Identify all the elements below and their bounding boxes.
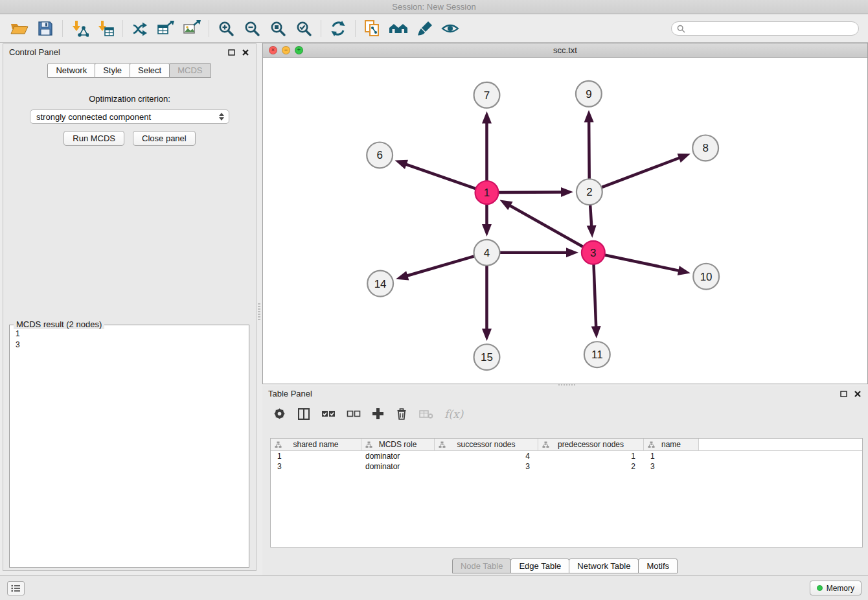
graph-edge-arrow — [396, 271, 409, 280]
show-columns-button[interactable] — [297, 408, 310, 421]
search-input[interactable] — [689, 24, 853, 33]
graph-edge-1-6[interactable] — [404, 164, 475, 189]
tab-network-table[interactable]: Network Table — [569, 559, 639, 573]
close-panel-icon[interactable] — [853, 389, 862, 398]
graph-edge-3-11[interactable] — [594, 265, 597, 329]
select-stepper-icon — [219, 113, 224, 121]
node-table: shared name MCDS role successor nodes — [270, 438, 863, 548]
save-session-button[interactable] — [32, 17, 58, 40]
graph-node-1[interactable]: 1 — [475, 181, 499, 204]
tab-network[interactable]: Network — [47, 63, 95, 78]
import-network-button[interactable] — [67, 17, 93, 40]
delete-row-button[interactable] — [395, 407, 408, 421]
tab-mcds[interactable]: MCDS — [169, 63, 211, 78]
run-mcds-button[interactable]: Run MCDS — [63, 131, 124, 146]
style-button[interactable] — [411, 17, 437, 40]
graph-node-4[interactable]: 4 — [474, 240, 500, 266]
table-panel-title: Table Panel — [268, 389, 839, 398]
open-file-button[interactable] — [6, 17, 32, 40]
column-header-name[interactable]: name — [644, 439, 699, 450]
cell-successor-nodes[interactable]: 4 — [435, 451, 538, 461]
graph-edge-arrow — [678, 154, 691, 163]
unselect-all-button[interactable] — [347, 410, 361, 418]
graph-node-9[interactable]: 9 — [576, 81, 602, 107]
network-graph[interactable]: 7968124314101511 — [263, 58, 867, 384]
tab-edge-table[interactable]: Edge Table — [510, 559, 569, 573]
home-button[interactable] — [385, 17, 411, 40]
float-panel-icon[interactable] — [839, 389, 848, 398]
table-row[interactable]: 3 dominator 3 2 3 — [271, 461, 862, 472]
task-history-button[interactable] — [7, 581, 25, 595]
cell-mcds-role[interactable]: dominator — [361, 461, 435, 472]
tab-motifs[interactable]: Motifs — [638, 559, 678, 573]
import-table-button[interactable] — [93, 17, 119, 40]
svg-text:8: 8 — [702, 142, 708, 154]
column-header-mcds-role[interactable]: MCDS role — [361, 439, 435, 450]
graph-node-7[interactable]: 7 — [474, 82, 500, 108]
window-minimize-icon[interactable]: − — [282, 46, 290, 54]
graph-node-3[interactable]: 3 — [582, 241, 605, 264]
graph-edge-arrow — [566, 248, 578, 257]
cell-shared-name[interactable]: 3 — [271, 461, 361, 472]
delete-table-button[interactable] — [419, 409, 433, 419]
graph-node-2[interactable]: 2 — [577, 179, 602, 205]
graph-edge-arrow — [591, 326, 601, 338]
cell-name[interactable]: 1 — [644, 451, 699, 461]
cell-successor-nodes[interactable]: 3 — [435, 461, 538, 472]
window-close-icon[interactable]: × — [269, 46, 277, 54]
export-table-button[interactable] — [153, 17, 179, 40]
refresh-button[interactable] — [325, 17, 351, 40]
graph-edge-2-9[interactable] — [589, 120, 589, 179]
svg-text:7: 7 — [484, 89, 490, 102]
graph-edge-2-3[interactable] — [590, 205, 591, 228]
graph-edge-arrow — [678, 266, 691, 275]
memory-button[interactable]: Memory — [810, 581, 862, 595]
clone-network-button[interactable] — [360, 17, 385, 40]
select-all-button[interactable] — [321, 410, 336, 418]
export-network-button[interactable] — [127, 17, 153, 40]
delete-table-icon — [419, 409, 433, 419]
graph-node-11[interactable]: 11 — [584, 341, 610, 367]
network-canvas[interactable]: 7968124314101511 — [263, 58, 867, 384]
graph-edge-arrow — [561, 187, 573, 197]
graph-edge-2-8[interactable] — [602, 157, 681, 187]
graph-edge-3-10[interactable] — [605, 255, 681, 271]
zoom-selected-button[interactable] — [291, 17, 317, 40]
add-row-button[interactable] — [372, 408, 384, 420]
criterion-select[interactable]: strongly connected component — [30, 110, 229, 124]
graph-node-10[interactable]: 10 — [693, 264, 719, 290]
float-panel-icon[interactable] — [227, 48, 236, 57]
graph-edge-4-14[interactable] — [405, 257, 474, 277]
column-header-successor-nodes[interactable]: successor nodes — [435, 439, 538, 450]
zoom-out-button[interactable] — [239, 17, 265, 40]
tab-style[interactable]: Style — [95, 63, 130, 78]
export-image-button[interactable] — [179, 17, 205, 40]
tab-node-table[interactable]: Node Table — [452, 559, 512, 573]
column-header-shared-name[interactable]: shared name — [271, 439, 361, 450]
graph-node-15[interactable]: 15 — [474, 344, 500, 370]
cell-shared-name[interactable]: 1 — [271, 451, 361, 461]
svg-text:2: 2 — [586, 186, 592, 198]
show-graphics-button[interactable] — [437, 17, 463, 40]
vertical-splitter-handle[interactable] — [258, 303, 260, 320]
column-header-predecessor-nodes[interactable]: predecessor nodes — [538, 439, 644, 450]
close-panel-icon[interactable] — [241, 48, 250, 57]
cell-predecessor-nodes[interactable]: 1 — [538, 451, 644, 461]
table-settings-button[interactable] — [273, 407, 286, 421]
graph-node-14[interactable]: 14 — [367, 271, 393, 297]
graph-node-8[interactable]: 8 — [692, 135, 718, 161]
cell-predecessor-nodes[interactable]: 2 — [538, 461, 644, 472]
graph-edge-1-2[interactable] — [499, 192, 564, 192]
table-row[interactable]: 1 dominator 4 1 1 — [271, 451, 862, 461]
zoom-fit-button[interactable] — [265, 17, 291, 40]
zoom-in-button[interactable] — [213, 17, 239, 40]
window-zoom-icon[interactable]: + — [295, 46, 303, 54]
graph-edge-3-1[interactable] — [508, 205, 582, 247]
tab-select[interactable]: Select — [130, 63, 170, 78]
graph-node-6[interactable]: 6 — [367, 142, 393, 168]
cell-mcds-role[interactable]: dominator — [361, 451, 435, 461]
cell-name[interactable]: 3 — [644, 461, 699, 472]
function-builder-button[interactable]: f(x) — [444, 408, 463, 421]
search-box[interactable] — [671, 21, 859, 36]
close-panel-button[interactable]: Close panel — [133, 131, 196, 146]
